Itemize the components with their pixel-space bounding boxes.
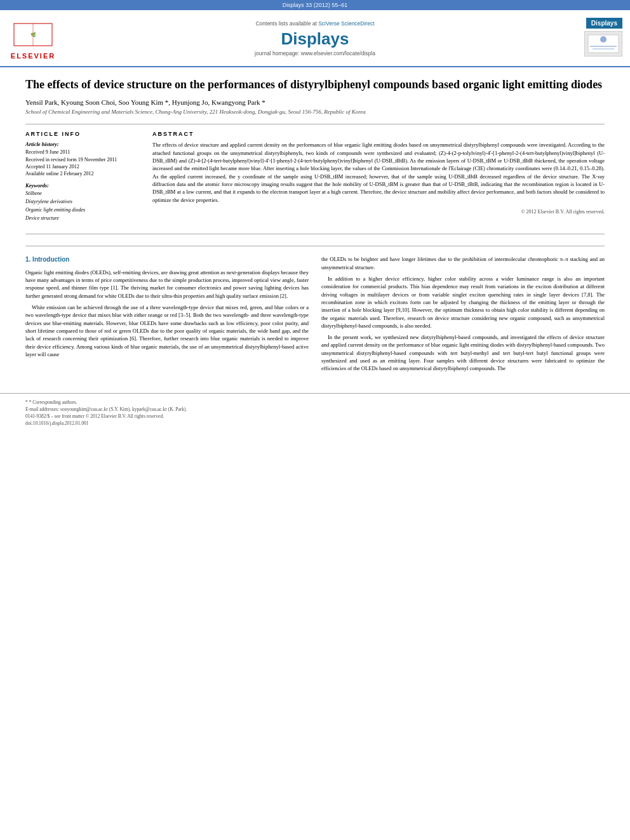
article-history: Article history: Received 9 June 2011 Re… [25,141,140,177]
abstract-text: The effects of device structure and appl… [152,141,605,204]
keywords-list: Stilbene Distyrylene derivatives Organic… [25,190,140,222]
svg-rect-7 [593,48,614,50]
journal-center: Contents lists available at SciVerse Sci… [65,15,565,61]
history-label: Article history: [25,141,140,147]
footer: * * Corresponding authors. E-mail addres… [0,393,630,432]
keyword-4: Device structure [25,215,140,223]
contents-line: Contents lists available at SciVerse Sci… [255,20,374,27]
received-date: Received 9 June 2011 [25,149,140,156]
intro-para-3: the OLEDs to be brighter and have longer… [321,255,605,271]
journal-homepage: journal homepage: www.elsevier.com/locat… [255,50,375,57]
article-content: The effects of device structure on the p… [0,67,630,387]
intro-para-4: In addition to a higher device efficienc… [321,275,605,330]
intro-heading: 1. Introduction [25,255,309,265]
article-info-heading: ARTICLE INFO [25,131,140,137]
elsevier-wordmark: ELSEVIER [11,52,55,60]
keyword-1: Stilbene [25,190,140,198]
elsevier-logo: 🌿 ELSEVIER [8,15,58,61]
issn-note: 0141-9382/$ – see front matter © 2012 El… [25,413,605,420]
intro-para-5: In the present work, we synthesized new … [321,333,605,373]
keywords-label: Keywords: [25,182,140,189]
svg-rect-6 [590,46,617,47]
keyword-3: Organic light emitting diodes [25,206,140,215]
keyword-2: Distyrylene derivatives [25,198,140,206]
page: Displays 33 (2012) 55–61 🌿 ELSEVIER Cont… [0,0,630,840]
intro-col-left: 1. Introduction Organic light emitting d… [25,255,309,376]
journal-right: Displays [572,15,622,61]
article-affiliation: School of Chemical Engineering and Mater… [25,109,605,115]
intro-col-right: the OLEDs to be brighter and have longer… [321,255,605,376]
copyright: © 2012 Elsevier B.V. All rights reserved… [152,209,605,215]
article-meta-row: ARTICLE INFO Article history: Received 9… [25,124,605,234]
journal-issue: Displays 33 (2012) 55–61 [283,2,348,8]
article-title: The effects of device structure on the p… [25,77,605,92]
elsevier-tree-icon: 🌿 [11,17,55,52]
abstract-heading: ABSTRACT [152,131,605,137]
doi-note: doi:10.1016/j.displa.2012.01.001 [25,420,605,427]
email-note: E-mail addresses: sooyoungkim@cau.ac.kr … [25,406,605,413]
journal-header: 🌿 ELSEVIER Contents lists available at S… [0,10,630,67]
corresponding-note: * * Corresponding authors. [25,399,605,406]
displays-badge: Displays [586,18,622,29]
intro-para-1: Organic light emitting diodes (OLEDs), s… [25,269,309,300]
abstract-col: ABSTRACT The effects of device structure… [152,131,605,227]
received-revised-date: Received in revised form 19 November 201… [25,156,140,163]
body-columns: 1. Introduction Organic light emitting d… [25,255,605,376]
journal-name: Displays [281,29,349,49]
keywords-section: Keywords: Stilbene Distyrylene derivativ… [25,182,140,222]
article-info: ARTICLE INFO Article history: Received 9… [25,131,140,227]
top-bar: Displays 33 (2012) 55–61 [0,0,630,10]
svg-point-5 [600,36,607,43]
displays-logo [584,31,622,57]
section-divider [25,246,605,246]
accepted-date: Accepted 11 January 2012 [25,163,140,170]
intro-para-2: White emission can be achieved through t… [25,303,309,358]
available-date: Available online 2 February 2012 [25,170,140,177]
article-authors: Yensil Park, Kyoung Soon Choi, Soo Young… [25,98,605,106]
sciverse-link[interactable]: SciVerse ScienceDirect [318,20,374,27]
